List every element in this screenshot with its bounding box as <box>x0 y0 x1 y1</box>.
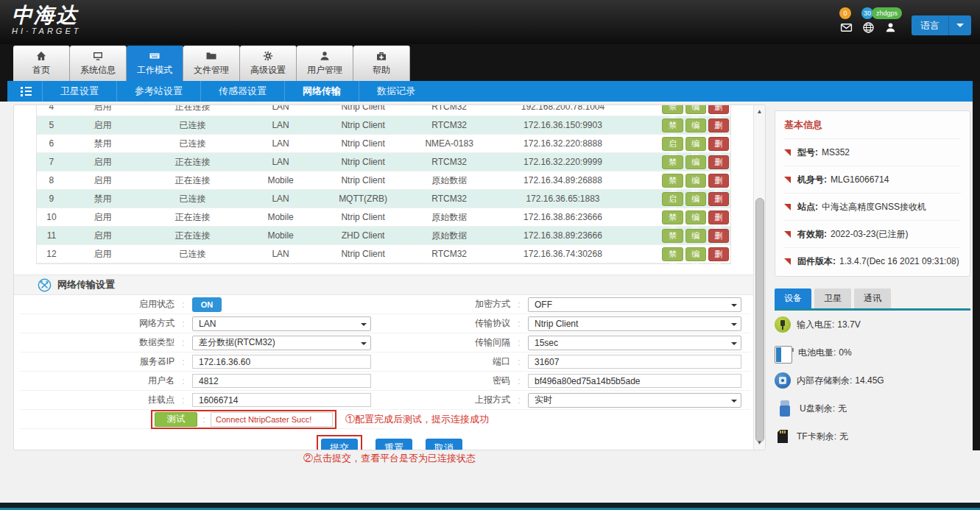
device-tab-通讯[interactable]: 通讯 <box>854 288 891 308</box>
field-label: 网络方式 <box>20 317 175 330</box>
select-传输间隔[interactable]: 15sec <box>528 336 741 350</box>
delete-button[interactable]: 删除 <box>708 174 729 188</box>
subnav-item[interactable]: 卫星设置 <box>42 81 116 102</box>
delete-button[interactable]: 删除 <box>708 192 729 206</box>
form-row: 传输间隔:15sec <box>385 333 750 353</box>
enable-toggle-button[interactable]: 禁用 <box>662 155 683 169</box>
device-item: U盘剩余:无 <box>775 394 970 422</box>
delete-button[interactable]: 删除 <box>708 210 729 224</box>
table-cell: 172.16.36.65:1883 <box>487 190 638 208</box>
hi-target-logo: 中海达 HI·TARGET <box>12 4 81 35</box>
select-加密方式[interactable]: OFF <box>528 297 741 312</box>
edit-button[interactable]: 编辑 <box>685 247 706 261</box>
device-label: 内部存储剩余: <box>797 375 852 387</box>
enable-toggle[interactable]: ON <box>192 297 222 312</box>
chevron-down-icon <box>731 400 737 405</box>
cancel-button[interactable]: 取消 <box>426 439 462 450</box>
subnav-item[interactable]: 传感器设置 <box>200 81 284 102</box>
test-button[interactable]: 测试 <box>155 412 197 427</box>
delete-button[interactable]: 删除 <box>708 247 729 261</box>
select-传输协议[interactable]: Ntrip Client <box>528 316 741 331</box>
tab-keyboard[interactable]: 工作模式 <box>127 46 183 81</box>
edit-button[interactable]: 编辑 <box>685 174 706 188</box>
table-cell: 启用 <box>66 153 140 171</box>
enable-toggle-button[interactable]: 禁用 <box>662 247 683 261</box>
list-icon[interactable] <box>21 85 32 98</box>
select-数据类型[interactable]: 差分数据(RTCM32) <box>192 336 371 350</box>
row-actions: 禁用编辑删除 <box>660 245 730 263</box>
table-cell: 禁用 <box>66 190 140 208</box>
select-上报方式[interactable]: 实时 <box>528 393 741 408</box>
test-result-field[interactable]: Connect NtripCaster Succ! <box>211 412 333 427</box>
device-tab-卫星[interactable]: 卫星 <box>814 288 851 308</box>
table-cell <box>638 116 660 134</box>
delete-button[interactable]: 删除 <box>708 155 729 169</box>
device-tab-设备[interactable]: 设备 <box>775 288 811 308</box>
tab-home[interactable]: 首页 <box>13 46 70 81</box>
select-value: 15sec <box>535 338 558 348</box>
tab-monitor[interactable]: 系统信息 <box>70 46 127 81</box>
edit-button[interactable]: 编辑 <box>685 118 706 132</box>
field-label: 启用状态 <box>20 298 175 311</box>
table-cell: Mobile <box>246 171 316 189</box>
edit-button[interactable]: 编辑 <box>685 210 706 224</box>
table-cell: LAN <box>246 135 316 152</box>
enable-toggle-button[interactable]: 禁用 <box>662 174 683 188</box>
input-挂载点[interactable]: 16066714 <box>192 393 371 407</box>
device-item: 内部存储剩余:14.45G <box>775 366 970 394</box>
table-cell: Ntrip Client <box>315 135 410 152</box>
table-cell: Mobile <box>246 208 316 226</box>
delete-button[interactable]: 删除 <box>708 105 729 114</box>
subnav-item[interactable]: 网络传输 <box>284 81 359 102</box>
select-网络方式[interactable]: LAN <box>192 316 371 331</box>
table-cell: RTCM32 <box>411 153 488 171</box>
subnav-item[interactable]: 参考站设置 <box>116 81 200 102</box>
edit-button[interactable]: 编辑 <box>685 137 706 151</box>
device-label: TF卡剩余: <box>797 431 836 443</box>
language-button[interactable]: 语言 <box>912 15 971 35</box>
table-cell: Ntrip Client <box>315 171 410 189</box>
edit-button[interactable]: 编辑 <box>685 105 706 114</box>
select-value: LAN <box>199 319 216 329</box>
edit-button[interactable]: 编辑 <box>685 155 706 169</box>
submit-button[interactable]: 提交 <box>321 439 358 450</box>
device-status-panel: 设备卫星通讯 输入电压:13.7V电池电量:0%内部存储剩余:14.45GU盘剩… <box>775 288 970 450</box>
delete-button[interactable]: 删除 <box>708 118 729 132</box>
input-用户名[interactable]: 4812 <box>192 374 371 388</box>
scrollbar-thumb[interactable] <box>755 198 764 442</box>
tools-icon <box>38 278 52 292</box>
field-colon: : <box>175 395 192 405</box>
enable-toggle-button[interactable]: 启用 <box>662 192 683 206</box>
tab-folder[interactable]: 文件管理 <box>183 46 240 81</box>
device-item: 电池电量:0% <box>775 339 970 366</box>
field-label: 挂载点 <box>20 394 175 406</box>
form-row: 密码:bf496a80ed75a14b5b5ade <box>385 372 750 391</box>
field-colon: : <box>510 300 528 310</box>
enable-toggle-button[interactable]: 禁用 <box>662 210 683 224</box>
tab-user[interactable]: 用户管理 <box>297 46 353 81</box>
subnav-item[interactable]: 数据记录 <box>359 81 433 102</box>
usb-icon <box>778 400 794 417</box>
enable-toggle-button[interactable]: 禁用 <box>662 118 683 132</box>
reset-button[interactable]: 重置 <box>376 439 412 450</box>
enable-toggle-button[interactable]: 禁用 <box>662 105 683 114</box>
delete-button[interactable]: 删除 <box>708 229 729 243</box>
edit-button[interactable]: 编辑 <box>685 192 706 206</box>
input-服务器IP[interactable]: 172.16.36.60 <box>192 355 371 369</box>
field-colon: : <box>510 357 528 367</box>
input-密码[interactable]: bf496a80ed75a14b5b5ade <box>528 374 741 388</box>
tab-gear[interactable]: 高级设置 <box>240 46 297 81</box>
mail-icon[interactable]: 0 <box>835 10 857 35</box>
vertical-scrollbar[interactable]: ▲ ▼ <box>753 105 765 450</box>
scroll-down-arrow[interactable]: ▼ <box>754 438 765 448</box>
delete-button[interactable]: 删除 <box>708 137 729 151</box>
user-account-icon[interactable]: zhdgps <box>879 10 901 35</box>
section-title: 网络传输设置 <box>57 278 115 291</box>
input-端口[interactable]: 31607 <box>528 355 741 369</box>
tab-help-kit[interactable]: 帮助 <box>353 46 410 81</box>
enable-toggle-button[interactable]: 禁用 <box>662 229 683 243</box>
enable-toggle-button[interactable]: 启用 <box>662 137 683 151</box>
scroll-up-arrow[interactable]: ▲ <box>754 107 765 117</box>
edit-button[interactable]: 编辑 <box>685 229 706 243</box>
table-cell: Mobile <box>246 227 316 244</box>
